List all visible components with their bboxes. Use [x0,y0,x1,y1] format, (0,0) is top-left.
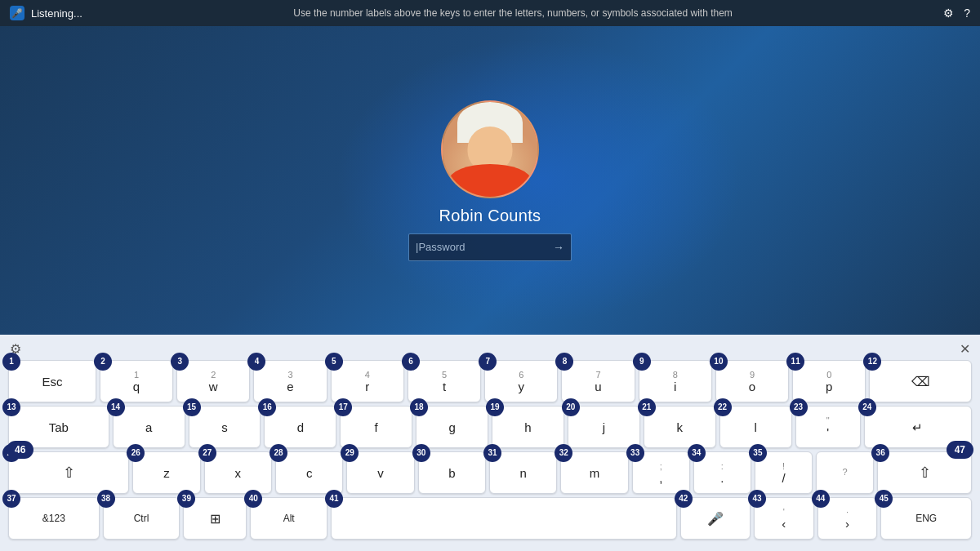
key-z[interactable]: 26 z [132,451,200,494]
num-bubble-10: 10 [710,353,728,371]
key-j[interactable]: 20 j [568,406,640,448]
shift-right-icon: ⇧ [919,464,931,482]
key-k[interactable]: 21 k [644,406,716,448]
key-g[interactable]: 18 g [416,406,488,448]
enter-icon: ↵ [912,421,923,433]
key-s[interactable]: 15 s [189,406,261,448]
key-f[interactable]: 17 f [340,406,412,448]
key-u[interactable]: 8 7 u [561,360,635,402]
keyboard-row-2: 13 Tab 14 a 15 s 16 d 17 f [8,406,972,448]
key-space[interactable]: 41 [331,497,677,540]
num-bubble-30: 30 [412,444,430,462]
num-bubble-34: 34 [688,444,706,462]
key-language[interactable]: 45 ENG [880,497,972,540]
num-bubble-33: 33 [626,444,644,462]
num-bubble-38: 38 [97,490,115,508]
key-x[interactable]: 27 x [204,451,272,494]
num-bubble-43: 43 [748,490,766,508]
key-p[interactable]: 11 0 p [792,360,866,402]
num-bubble-1: 1 [2,353,20,371]
password-field[interactable]: |Password → [408,233,572,261]
num-bubble-29: 29 [341,444,359,462]
keyboard-row-1: 1 Esc 2 1 q 3 2 w 4 3 e 5 [8,360,972,402]
key-w[interactable]: 3 2 w [176,360,250,402]
top-bar-left: 🎤 Listening... [10,6,82,20]
num-bubble-5: 5 [325,353,343,371]
key-o[interactable]: 10 9 o [715,360,789,402]
key-prev[interactable]: 43 ' ‹ [754,497,814,540]
key-m[interactable]: 32 m [560,451,628,494]
key-a[interactable]: 14 a [113,406,185,448]
key-question[interactable]: ? [816,451,874,494]
key-windows[interactable]: 39 ⊞ [183,497,247,540]
shift-left-icon: ⇧ [63,464,75,482]
num-bubble-35: 35 [749,444,767,462]
help-icon[interactable]: ? [964,7,970,20]
num-bubble-37: 37 [2,490,20,508]
key-comma[interactable]: 33 ; , [632,451,690,494]
num-bubble-13: 13 [2,398,20,416]
num-bubble-44: 44 [812,490,830,508]
num-bubble-26: 26 [127,444,145,462]
key-c[interactable]: 28 c [275,451,343,494]
key-alt[interactable]: 40 Alt [250,497,327,540]
num-bubble-6: 6 [402,353,420,371]
password-submit-icon[interactable]: → [553,241,564,254]
num-bubble-12: 12 [863,353,881,371]
num-bubble-31: 31 [483,444,501,462]
password-placeholder: |Password [416,241,548,253]
key-q[interactable]: 2 1 q [100,360,173,402]
key-y[interactable]: 7 6 y [484,360,558,402]
backspace-icon: ⌫ [911,374,930,389]
key-i[interactable]: 9 8 i [639,360,712,402]
key-microphone[interactable]: 42 🎤 [680,497,751,540]
key-backspace[interactable]: 12 ⌫ [869,360,972,402]
key-r[interactable]: 5 4 r [331,360,404,402]
key-n[interactable]: 31 n [489,451,557,494]
key-t[interactable]: 6 5 t [408,360,481,402]
key-slash[interactable]: 35 ! / [755,451,813,494]
key-h[interactable]: 19 h [492,406,564,448]
num-bubble-15: 15 [183,398,201,416]
key-period[interactable]: 34 : . [693,451,751,494]
num-bubble-24: 24 [858,398,876,416]
num-bubble-8: 8 [555,353,573,371]
keyboard-row-4: 37 &123 38 Ctrl 39 ⊞ 40 Alt 41 [8,497,972,540]
num-bubble-11: 11 [786,353,804,371]
mic-indicator-icon: 🎤 [10,6,24,20]
num-bubble-36: 36 [871,444,889,462]
num-bubble-42: 42 [675,490,693,508]
num-bubble-41: 41 [325,490,343,508]
key-e[interactable]: 4 3 e [253,360,327,402]
num-bubble-2: 2 [94,353,112,371]
side-bubble-right[interactable]: 47 [947,441,973,459]
key-v[interactable]: 29 v [346,451,414,494]
key-ctrl[interactable]: 38 Ctrl [103,497,180,540]
num-bubble-32: 32 [555,444,572,462]
keyboard-row-3: 25 ⇧ 26 z 27 x 28 c 29 v [8,451,972,494]
avatar-image [443,102,537,197]
key-d[interactable]: 16 d [264,406,336,448]
num-bubble-21: 21 [638,398,656,416]
key-l[interactable]: 22 l [719,406,792,448]
side-bubble-left[interactable]: 46 [7,441,33,459]
key-next[interactable]: 44 · › [817,497,878,540]
num-bubble-22: 22 [714,398,732,416]
key-b[interactable]: 30 b [418,451,486,494]
num-bubble-14: 14 [107,398,125,416]
num-bubble-7: 7 [479,353,497,371]
settings-icon[interactable]: ⚙ [943,7,954,20]
avatar [441,100,539,198]
key-symbols[interactable]: 37 &123 [8,497,100,540]
num-bubble-18: 18 [410,398,428,416]
num-bubble-9: 9 [633,353,651,371]
num-bubble-20: 20 [562,398,580,416]
key-esc[interactable]: 1 Esc [8,360,96,402]
num-bubble-3: 3 [171,353,189,371]
keyboard-close-icon[interactable]: ✕ [960,341,970,357]
keyboard-wrapper: 46 47 1 Esc 2 1 q 3 2 w 4 3 [8,360,972,540]
top-bar-right: ⚙ ? [943,7,970,20]
key-apostrophe[interactable]: 23 " ' [795,406,861,448]
mic-key-icon: 🎤 [707,511,724,527]
top-bar: 🎤 Listening... Use the number labels abo… [0,0,980,26]
